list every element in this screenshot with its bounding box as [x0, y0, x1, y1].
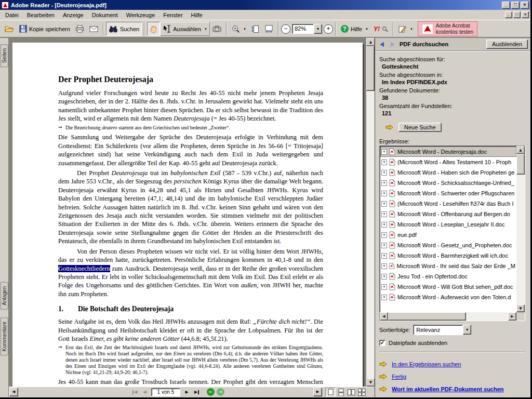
zoom-out-button[interactable]: −: [281, 24, 290, 34]
search-result-row[interactable]: + Microsoft Word - Barmherzigkeit will i…: [380, 250, 516, 261]
open-button[interactable]: [2, 22, 17, 36]
expand-icon[interactable]: +: [381, 295, 387, 300]
done-link[interactable]: Fertig: [392, 374, 406, 380]
scroll-down-button[interactable]: ▼: [366, 378, 375, 387]
search-result-row[interactable]: + Microsoft Word - Gesetz_und_Propheten.…: [380, 240, 516, 250]
sort-order-value[interactable]: Relevanz: [413, 325, 463, 335]
last-page-button[interactable]: ▶: [192, 388, 202, 396]
help-button[interactable]: ? Hilfe ▼: [338, 22, 371, 36]
results-hscroll-thumb[interactable]: [388, 312, 466, 321]
expand-icon[interactable]: +: [381, 222, 387, 228]
scroll-up-button[interactable]: ▲: [366, 38, 375, 46]
search-result-row[interactable]: + Microsoft Word - Ihr seid das Salz der…: [380, 261, 516, 271]
yahoo-search-button[interactable]: Y!: [371, 22, 391, 36]
sign-tool-button[interactable]: ▼: [396, 22, 416, 36]
expand-icon[interactable]: +: [381, 159, 387, 165]
expand-icon[interactable]: +: [381, 284, 387, 290]
results-scroll-left-button[interactable]: ◀: [380, 312, 388, 321]
search-result-row[interactable]: + Microsoft Word - Schicksalsschlaege-Un…: [380, 178, 516, 188]
doc-close-button[interactable]: ×: [522, 11, 529, 18]
expand-icon[interactable]: +: [381, 253, 387, 259]
search-result-row[interactable]: + eue.pdf: [380, 230, 516, 240]
snapshot-button[interactable]: [210, 22, 224, 36]
results-scroll-down-button[interactable]: ▼: [516, 304, 525, 312]
menu-datei[interactable]: Datei: [1, 10, 23, 20]
single-page-layout-button[interactable]: [325, 388, 336, 396]
search-result-row[interactable]: + Microsoft Word - Deuterojesaja.doc: [380, 147, 516, 157]
results-hscroll-track[interactable]: [466, 312, 508, 321]
results-vertical-scrollbar[interactable]: ▲ ▼: [516, 146, 525, 312]
chevron-down-icon[interactable]: ▼: [463, 325, 471, 335]
zoom-tool-button[interactable]: ▼: [229, 22, 249, 36]
tab-kommentare[interactable]: Kommentare: [1, 317, 8, 355]
page-indicator-field[interactable]: 1 von 5: [151, 388, 180, 396]
tab-anlagen[interactable]: Anlagen: [1, 282, 8, 310]
doc-minimize-button[interactable]: _: [505, 11, 512, 18]
chevron-down-icon[interactable]: ▼: [243, 28, 246, 31]
menu-werkzeuge[interactable]: Werkzeuge: [122, 10, 159, 20]
panel-forward-button[interactable]: [389, 40, 397, 48]
acrobat-promo-button[interactable]: Adobe Acrobat kostenlos testen: [418, 21, 477, 36]
restore-button[interactable]: □: [511, 2, 520, 9]
expand-icon[interactable]: +: [381, 170, 387, 176]
search-result-row[interactable]: + (Microsoft Word - Lesehilfen f\374r da…: [380, 198, 516, 209]
results-scroll-track[interactable]: [516, 154, 525, 304]
search-result-row[interactable]: + Jesu Tod - ein Opfertod.doc: [380, 271, 516, 282]
expand-icon[interactable]: +: [381, 211, 387, 217]
menu-bearbeiten[interactable]: Bearbeiten: [23, 10, 59, 20]
chevron-down-icon[interactable]: ▼: [410, 28, 413, 31]
results-horizontal-scrollbar[interactable]: ◀ ▶: [380, 312, 525, 321]
chevron-down-icon[interactable]: ▼: [314, 24, 322, 34]
search-result-row[interactable]: + Microsoft Word - Schwerter oder Pflugs…: [380, 188, 516, 198]
facing-layout-button[interactable]: [346, 388, 356, 396]
previous-page-button[interactable]: ◀: [140, 388, 150, 396]
expand-icon[interactable]: +: [381, 274, 387, 280]
next-view-button[interactable]: →: [217, 388, 224, 396]
zoom-level-combo[interactable]: 82% ▼: [292, 24, 322, 34]
expand-icon[interactable]: +: [381, 149, 387, 155]
search-button[interactable]: Suchen: [106, 22, 142, 36]
menu-dokument[interactable]: Dokument: [88, 10, 122, 20]
expand-icon[interactable]: +: [381, 263, 387, 269]
search-result-row[interactable]: + Microsoft Word - Will Gott Blut sehen_…: [380, 282, 516, 292]
hide-panel-button[interactable]: Ausblenden: [486, 39, 528, 49]
zoom-in-button[interactable]: +: [324, 24, 333, 34]
search-result-row[interactable]: + Microsoft Word - Leseplan_Lesejahr II.…: [380, 219, 516, 230]
facing-continuous-layout-button[interactable]: [356, 388, 367, 396]
expand-icon[interactable]: +: [381, 180, 387, 186]
search-in-results-link[interactable]: In den Ergebnissen suchen: [392, 361, 461, 367]
hand-tool-button[interactable]: [147, 22, 160, 36]
expand-icon[interactable]: +: [381, 201, 387, 207]
email-button[interactable]: [87, 22, 101, 36]
select-tool-button[interactable]: Auswählen ▼: [160, 22, 210, 36]
zoom-value[interactable]: 82%: [292, 24, 314, 34]
fit-page-button[interactable]: [249, 22, 262, 36]
print-button[interactable]: [73, 22, 87, 36]
results-scroll-right-button[interactable]: ▶: [508, 312, 516, 321]
next-page-button[interactable]: ▶: [182, 388, 192, 396]
expand-icon[interactable]: +: [381, 232, 387, 238]
hscroll-right-button[interactable]: ▶: [313, 388, 322, 396]
expand-icon[interactable]: +: [381, 191, 387, 196]
search-current-document-link[interactable]: Wort im aktuellen PDF-Dokument suchen: [392, 386, 504, 392]
menu-fenster[interactable]: Fenster: [159, 10, 187, 20]
minimize-button[interactable]: _: [502, 2, 510, 9]
chevron-down-icon[interactable]: ▼: [365, 28, 368, 31]
tab-seiten[interactable]: Seiten: [1, 44, 8, 67]
search-result-row[interactable]: + (Microsoft Word - Altes Testament 10 -…: [380, 157, 516, 167]
search-result-row[interactable]: + Microsoft Word - Offenbarung auf Berge…: [380, 209, 516, 219]
first-page-button[interactable]: ◀: [130, 388, 140, 396]
menu-anzeige[interactable]: Anzeige: [59, 10, 88, 20]
scroll-track[interactable]: [366, 46, 375, 378]
close-button[interactable]: ×: [521, 2, 529, 9]
hide-paths-checkbox[interactable]: ✓: [379, 340, 385, 346]
menu-hilfe[interactable]: Hilfe: [187, 10, 207, 20]
save-copy-button[interactable]: Kopie speichern: [17, 22, 73, 36]
doc-restore-button[interactable]: □: [513, 11, 521, 18]
results-scroll-thumb[interactable]: [516, 154, 525, 175]
results-scroll-up-button[interactable]: ▲: [516, 146, 525, 154]
search-result-row[interactable]: + Microsoft Word - Auferweckt von den To…: [380, 292, 516, 302]
fit-width-button[interactable]: [262, 22, 276, 36]
search-result-row[interactable]: + Microsoft Word - Haben sich die Prophe…: [380, 167, 516, 178]
document-vertical-scrollbar[interactable]: ▲ ▼: [366, 38, 375, 387]
